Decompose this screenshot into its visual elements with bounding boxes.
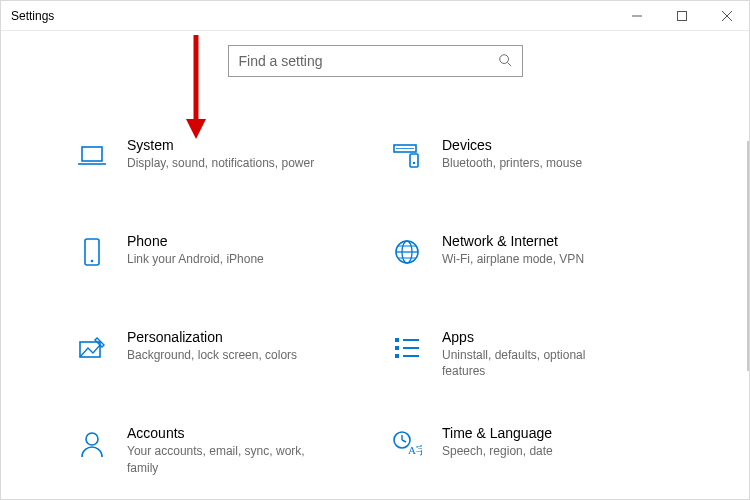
svg-point-26	[86, 433, 98, 445]
tile-desc: Your accounts, email, sync, work, family	[127, 443, 317, 475]
svg-rect-1	[677, 11, 686, 20]
tile-title: Devices	[442, 137, 582, 153]
tile-title: Accounts	[127, 425, 317, 441]
svg-point-13	[91, 260, 94, 263]
tile-phone[interactable]: Phone Link your Android, iPhone	[75, 233, 360, 283]
svg-rect-6	[82, 147, 102, 161]
tile-system[interactable]: System Display, sound, notifications, po…	[75, 137, 360, 187]
tile-title: Time & Language	[442, 425, 553, 441]
tile-desc: Uninstall, defaults, optional features	[442, 347, 632, 379]
maximize-button[interactable]	[659, 1, 704, 30]
tile-desc: Wi-Fi, airplane mode, VPN	[442, 251, 584, 267]
svg-rect-20	[395, 338, 399, 342]
devices-icon	[390, 139, 424, 173]
globe-icon	[390, 235, 424, 269]
person-icon	[75, 427, 109, 461]
tile-title: Network & Internet	[442, 233, 584, 249]
tile-accounts[interactable]: Accounts Your accounts, email, sync, wor…	[75, 425, 360, 475]
phone-icon	[75, 235, 109, 269]
tile-apps[interactable]: Apps Uninstall, defaults, optional featu…	[390, 329, 675, 379]
tile-desc: Speech, region, date	[442, 443, 553, 459]
tile-title: Phone	[127, 233, 264, 249]
svg-point-11	[413, 162, 415, 164]
svg-point-4	[499, 54, 508, 63]
svg-rect-10	[410, 154, 418, 167]
search-icon	[498, 53, 512, 70]
svg-text:A字: A字	[408, 444, 422, 456]
close-icon	[722, 11, 732, 21]
svg-rect-22	[395, 354, 399, 358]
search-container: Find a setting	[41, 45, 709, 77]
settings-grid: System Display, sound, notifications, po…	[75, 137, 675, 476]
minimize-button[interactable]	[614, 1, 659, 30]
paint-icon	[75, 331, 109, 365]
tile-title: Apps	[442, 329, 632, 345]
tile-title: System	[127, 137, 314, 153]
window-controls	[614, 1, 749, 30]
tile-devices[interactable]: Devices Bluetooth, printers, mouse	[390, 137, 675, 187]
tile-personalization[interactable]: Personalization Background, lock screen,…	[75, 329, 360, 379]
tile-time-language[interactable]: A字 Time & Language Speech, region, date	[390, 425, 675, 475]
tile-desc: Bluetooth, printers, mouse	[442, 155, 582, 171]
tile-network[interactable]: Network & Internet Wi-Fi, airplane mode,…	[390, 233, 675, 283]
titlebar: Settings	[1, 1, 749, 31]
maximize-icon	[677, 11, 687, 21]
window-title: Settings	[11, 9, 54, 23]
search-placeholder: Find a setting	[239, 53, 498, 69]
tile-desc: Background, lock screen, colors	[127, 347, 297, 363]
content-area: Find a setting System Display, sound, no…	[1, 31, 749, 476]
svg-rect-21	[395, 346, 399, 350]
tile-title: Personalization	[127, 329, 297, 345]
time-language-icon: A字	[390, 427, 424, 461]
scrollbar[interactable]	[747, 141, 749, 371]
apps-list-icon	[390, 331, 424, 365]
close-button[interactable]	[704, 1, 749, 30]
tile-desc: Display, sound, notifications, power	[127, 155, 314, 171]
svg-line-29	[402, 440, 406, 442]
tile-desc: Link your Android, iPhone	[127, 251, 264, 267]
laptop-icon	[75, 139, 109, 173]
svg-line-5	[507, 62, 511, 66]
search-input[interactable]: Find a setting	[228, 45, 523, 77]
minimize-icon	[632, 11, 642, 21]
